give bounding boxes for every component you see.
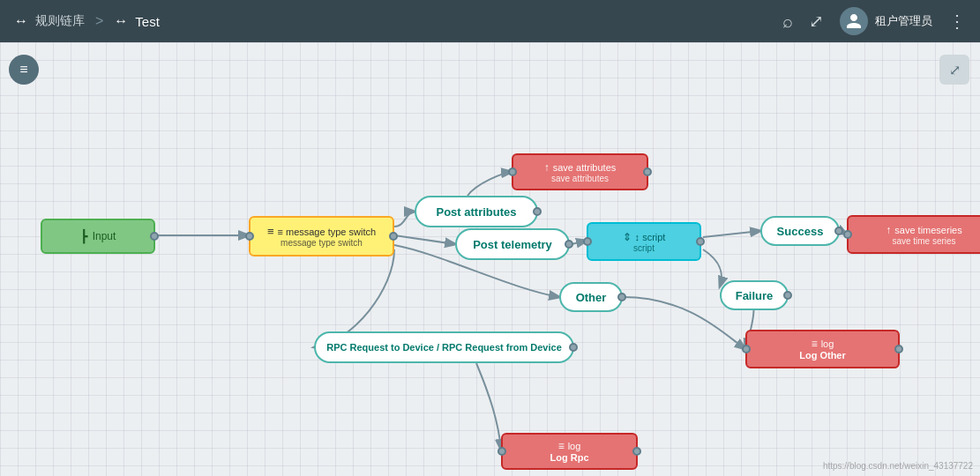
header: ↔ 规则链库 > ↔ Test ⌕ ⤢ 租户管理员 ⋮ (0, 0, 980, 42)
switch-line1: ≡ ≡ message type switch (267, 225, 376, 238)
input-right-dot (150, 232, 159, 241)
save-attr-line1: ↑ save attributes (544, 161, 617, 174)
save-ts-left-dot (843, 230, 852, 239)
save-ts-line2: save time series (892, 236, 955, 246)
success-node[interactable]: Success (760, 216, 840, 246)
log-other-node[interactable]: ≡ log Log Other (745, 330, 900, 368)
expand-icon: ⤢ (949, 62, 961, 78)
more-icon[interactable]: ⋮ (948, 11, 966, 32)
post-telemetry-node[interactable]: Post telemetry (455, 228, 570, 260)
log-rpc-line2: Log Rpc (550, 452, 589, 463)
fullscreen-icon[interactable]: ⤢ (809, 11, 824, 32)
header-actions: ⌕ ⤢ 租户管理员 ⋮ (782, 7, 966, 35)
log-other-right-dot (894, 345, 903, 353)
switch-right-dot (389, 232, 398, 241)
other-node[interactable]: Other (559, 282, 623, 312)
brand-arrow-icon: ↔ (14, 13, 28, 29)
sidebar-toggle-button[interactable]: ≡ (9, 55, 39, 85)
script-line1: ⇕ ↕ script (623, 231, 666, 243)
brand-label[interactable]: 规则链库 (35, 13, 85, 29)
post-tele-right-dot (565, 240, 573, 249)
other-right-dot (617, 293, 626, 301)
svg-line-2 (703, 231, 760, 237)
save-attributes-node[interactable]: ↑ save attributes save attributes (512, 153, 648, 190)
log-other-line2: Log Other (799, 350, 846, 361)
success-right-dot (834, 227, 843, 235)
failure-node[interactable]: Failure (720, 280, 789, 310)
switch-left-dot (245, 232, 254, 241)
rpc-node[interactable]: RPC Request to Device / RPC Request from… (314, 331, 574, 363)
save-attr-left-dot (508, 167, 517, 176)
script-right-dot (696, 237, 705, 246)
failure-label: Failure (736, 289, 774, 302)
user-name: 租户管理员 (875, 13, 932, 29)
log-other-left-dot (742, 345, 751, 353)
switch-node[interactable]: ≡ ≡ message type switch message type swi… (249, 216, 394, 257)
expand-button[interactable]: ⤢ (939, 55, 969, 85)
save-attr-line2: save attributes (551, 174, 609, 183)
menu-icon: ≡ (19, 62, 27, 78)
title-arrow-icon: ↔ (114, 13, 128, 29)
rpc-label: RPC Request to Device / RPC Request from… (326, 342, 562, 353)
breadcrumb-separator: > (95, 13, 103, 29)
search-icon[interactable]: ⌕ (782, 11, 793, 32)
user-menu[interactable]: 租户管理员 (840, 7, 932, 35)
canvas-area: ≡ ⤢ (0, 42, 980, 476)
other-label: Other (576, 291, 607, 304)
script-line2: script (633, 243, 655, 253)
save-attr-right-dot (643, 167, 652, 176)
input-label: Input (93, 230, 116, 242)
success-label: Success (777, 225, 824, 238)
log-rpc-left-dot (497, 447, 506, 456)
rpc-right-dot (569, 343, 578, 352)
post-attr-right-dot (533, 207, 542, 216)
post-attributes-node[interactable]: Post attributes (415, 196, 538, 227)
save-ts-line1: ↑ save timeseries (886, 224, 961, 236)
script-node[interactable]: ⇕ ↕ script script (587, 222, 701, 261)
log-other-line1: ≡ log (812, 338, 834, 350)
post-tele-label: Post telemetry (473, 238, 552, 251)
failure-right-dot (783, 291, 792, 300)
log-rpc-node[interactable]: ≡ log Log Rpc (501, 433, 638, 470)
save-timeseries-node[interactable]: ↑ save timeseries save time series (847, 215, 980, 254)
avatar (840, 7, 868, 35)
input-node[interactable]: ┣ Input (41, 219, 155, 254)
switch-line2: message type switch (281, 238, 363, 248)
post-attr-label: Post attributes (436, 205, 516, 219)
page-title: Test (135, 14, 160, 29)
input-icon: ┣ (80, 229, 87, 243)
log-rpc-right-dot (632, 447, 641, 456)
log-rpc-line1: ≡ log (558, 440, 581, 452)
script-left-dot (583, 237, 592, 246)
watermark: https://blog.csdn.net/weixin_43137722 (823, 461, 973, 471)
